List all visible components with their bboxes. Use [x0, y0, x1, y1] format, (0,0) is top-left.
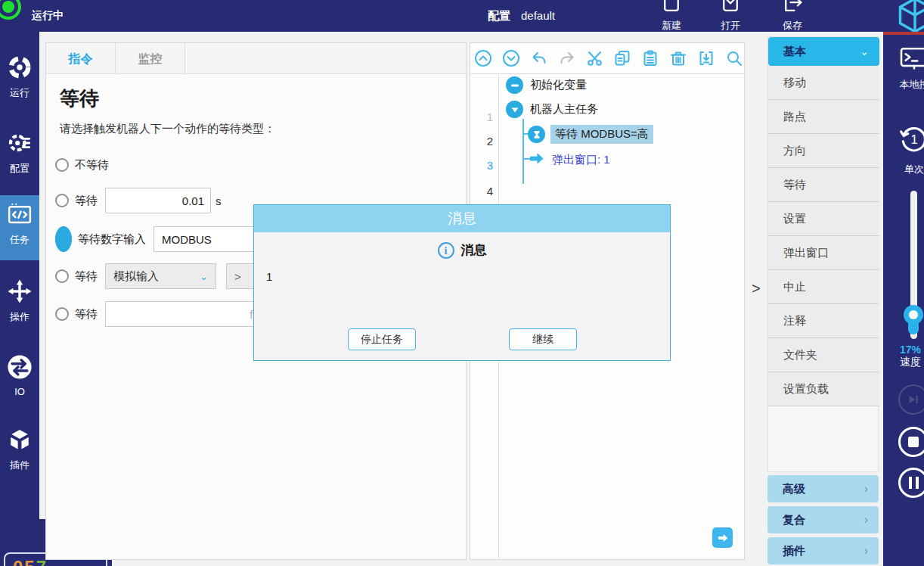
sidebar-item-task[interactable]: 任务 — [0, 195, 39, 260]
category-plugin[interactable]: 插件 › — [767, 537, 879, 564]
task-code-icon — [6, 216, 33, 229]
chevron-down-icon: ⌄ — [200, 271, 208, 282]
run-icon — [7, 70, 33, 82]
sidebar-item-label: 插件 — [0, 459, 39, 472]
config-label: 配置 — [488, 9, 510, 22]
tab-instruction[interactable]: 指令 — [46, 43, 116, 74]
sidebar-item-operate[interactable]: 操作 — [0, 272, 39, 342]
save-button-label: 保存 — [770, 19, 815, 32]
speed-slider-thumb[interactable] — [904, 305, 923, 325]
instruction-item-wait[interactable]: 等待 — [768, 168, 879, 202]
category-composite[interactable]: 复合 › — [767, 506, 879, 533]
continue-button[interactable]: 继续 — [509, 328, 577, 350]
open-file-icon — [708, 0, 753, 18]
instruction-item-popup[interactable]: 弹出窗口 — [768, 236, 879, 270]
chevron-right-icon: > — [752, 280, 761, 297]
save-button[interactable]: 保存 — [770, 0, 815, 32]
paste-icon[interactable] — [640, 48, 660, 68]
tree-row-label: 等待 MODBUS=高 — [550, 125, 653, 144]
cube-icon — [7, 442, 33, 455]
radio-wait-time[interactable] — [55, 194, 69, 207]
local-control-label: 本地控 — [888, 78, 924, 92]
tree-connector — [522, 119, 524, 184]
sidebar-item-config[interactable]: 配置 — [0, 124, 39, 194]
pause-icon — [909, 477, 919, 489]
radio-no-wait[interactable] — [55, 158, 69, 172]
option-label: 等待 — [75, 269, 98, 284]
redo-icon[interactable] — [557, 48, 577, 68]
io-icon — [7, 369, 33, 382]
line-number: 4 — [487, 185, 493, 197]
instruction-item-payload[interactable]: 设置负载 — [768, 372, 879, 406]
copy-icon[interactable] — [613, 48, 633, 68]
chevron-right-icon: › — [864, 482, 868, 496]
instruction-item-comment[interactable]: 注释 — [768, 304, 879, 338]
line-number: 3 — [487, 159, 493, 172]
radio-wait-expression[interactable] — [55, 307, 69, 321]
sidebar-item-io[interactable]: IO — [0, 348, 39, 416]
tree-row-main-task[interactable]: 机器人主任务 — [506, 101, 598, 118]
left-nav-sidebar: 运行 配置 任务 操作 IO 插件 — [0, 32, 39, 566]
cut-icon[interactable] — [585, 48, 605, 68]
new-button[interactable]: 新建 — [649, 0, 694, 32]
sidebar-item-plugin[interactable]: 插件 — [0, 421, 39, 490]
panel-expander[interactable]: > — [745, 42, 767, 560]
new-file-icon — [649, 0, 694, 18]
open-button[interactable]: 打开 — [708, 0, 753, 32]
category-label: 高级 — [783, 482, 805, 496]
step-forward-button[interactable] — [712, 527, 733, 548]
single-run-button[interactable]: 1 单次 — [888, 123, 924, 176]
wait-seconds-input[interactable]: 0.01 — [105, 188, 211, 213]
dialog-titlebar[interactable]: 消息 — [254, 205, 670, 232]
terminal-icon — [899, 61, 924, 73]
search-icon[interactable] — [724, 48, 744, 68]
radio-wait-digital-input[interactable] — [55, 226, 72, 252]
tree-row-init-variables[interactable]: 初始化变量 — [506, 76, 587, 94]
instruction-item-set[interactable]: 设置 — [768, 202, 879, 236]
info-icon: i — [438, 242, 454, 259]
message-dialog: 消息 i 消息 1 停止任务 继续 — [253, 204, 671, 361]
analog-input-select[interactable]: 模拟输入 ⌄ — [105, 263, 216, 289]
wait-option-none: 不等待 — [55, 151, 116, 179]
running-status-icon — [0, 0, 21, 20]
category-advanced[interactable]: 高级 › — [767, 475, 879, 502]
instruction-item-move[interactable]: 移动 — [768, 66, 879, 100]
radio-wait-analog-input[interactable] — [55, 269, 69, 283]
expand-all-icon[interactable] — [501, 48, 521, 68]
brand-logo-icon — [895, 0, 924, 32]
fold-lines-icon[interactable] — [696, 48, 716, 68]
stop-task-button[interactable]: 停止任务 — [348, 328, 416, 350]
local-control-button[interactable]: 本地控 — [888, 45, 924, 92]
app-window: 运行中 配置default 新建 打开 保存 — [0, 0, 924, 566]
pause-button[interactable] — [898, 468, 924, 498]
seconds-unit-label: s — [215, 194, 222, 207]
expression-input[interactable]: f(x) — [105, 301, 273, 327]
line-number: 2 — [487, 135, 493, 148]
tree-row-wait-modbus[interactable]: 等待 MODBUS=高 — [528, 125, 653, 144]
delete-trash-icon[interactable] — [668, 48, 688, 68]
wait-option-time: 等待 0.01 s — [55, 187, 222, 214]
gear-icon — [7, 145, 33, 158]
stop-button[interactable] — [898, 427, 924, 457]
instruction-item-direction[interactable]: 方向 — [768, 134, 879, 168]
collapse-all-icon[interactable] — [473, 48, 493, 68]
tree-row-popup[interactable]: 弹出窗口: 1 — [528, 150, 610, 170]
sidebar-item-label: 配置 — [0, 162, 39, 176]
page-description: 请选择触发机器人下一个动作的等待类型： — [60, 122, 275, 136]
config-value: default — [521, 9, 555, 22]
config-selector[interactable]: 配置default — [488, 9, 555, 23]
undo-icon[interactable] — [529, 48, 549, 68]
step-button[interactable] — [898, 384, 924, 415]
new-button-label: 新建 — [649, 19, 694, 32]
sidebar-item-label: 操作 — [0, 310, 39, 324]
instruction-item-waypoint[interactable]: 路点 — [768, 100, 879, 134]
instruction-item-folder[interactable]: 文件夹 — [768, 338, 879, 372]
page-title: 等待 — [60, 86, 99, 112]
chevron-down-icon: ⌄ — [860, 45, 869, 58]
instruction-item-abort[interactable]: 中止 — [768, 270, 879, 304]
tab-bar: 指令 监控 — [46, 43, 466, 74]
sidebar-item-run[interactable]: 运行 — [0, 48, 39, 118]
running-status-label: 运行中 — [32, 9, 64, 23]
tab-monitor[interactable]: 监控 — [116, 43, 185, 74]
category-basic-header[interactable]: 基本 ⌄ — [768, 37, 879, 66]
